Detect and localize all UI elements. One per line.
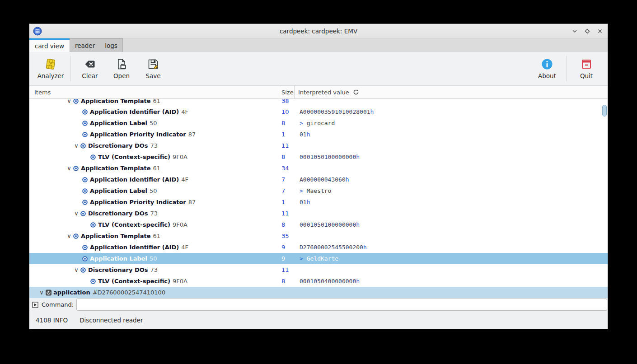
tree-row[interactable]: ∨application#D27600002547410100: [29, 287, 608, 298]
tree-row[interactable]: TLV (Context-specific)9F0A80001050100000…: [29, 219, 608, 230]
node-size: 11: [279, 210, 296, 217]
record-icon: [82, 256, 88, 261]
quit-button[interactable]: Quit: [571, 54, 602, 83]
title-bar[interactable]: cardpeek: cardpeek: EMV: [29, 24, 608, 38]
tab-reader[interactable]: reader: [70, 39, 100, 52]
tree-row[interactable]: Application Identifier (AID)4F7A00000004…: [29, 174, 608, 185]
tree-row[interactable]: ∨Discretionary DOs7311: [29, 140, 608, 151]
tree-row[interactable]: ∨Application Template6138: [29, 99, 608, 106]
maximize-button[interactable]: [584, 28, 590, 34]
node-label: Application Template: [81, 165, 151, 172]
tab-card-view[interactable]: card view: [29, 38, 70, 52]
node-tag: 87: [188, 199, 196, 205]
tree-row[interactable]: ∨Application Template6135: [29, 230, 608, 242]
node-label: Application Identifier (AID): [90, 244, 179, 251]
record-icon: [90, 278, 96, 284]
node-tag: 61: [153, 233, 161, 239]
node-label: Application Template: [81, 99, 151, 104]
chevron-down-icon[interactable]: ∨: [65, 165, 73, 171]
node-tag: 4F: [181, 244, 188, 251]
node-size: 9: [279, 255, 296, 262]
close-button[interactable]: [597, 28, 603, 34]
record-icon: [82, 131, 88, 137]
save-floppy-icon: [147, 58, 159, 70]
record-icon: [82, 109, 88, 115]
record-icon: [80, 267, 86, 273]
record-icon: [73, 99, 79, 104]
command-bar: Command:: [29, 298, 608, 311]
node-tag: 61: [153, 165, 161, 172]
node-label: Application Label: [90, 255, 147, 262]
save-button[interactable]: Save: [137, 54, 169, 83]
node-tag: 87: [188, 131, 196, 138]
record-icon: [82, 199, 88, 205]
node-tag: 9F0A: [173, 221, 187, 228]
node-value: A0000003591010028001h: [296, 108, 608, 115]
chevron-down-icon[interactable]: ∨: [72, 143, 80, 149]
node-tag: 61: [153, 99, 161, 104]
tree-row[interactable]: Application Priority Indicator87101h: [29, 196, 608, 208]
tree-row[interactable]: ∨Discretionary DOs7311: [29, 264, 608, 275]
node-size: 11: [279, 266, 296, 273]
open-button[interactable]: Open: [106, 54, 137, 83]
node-size: 38: [279, 99, 296, 104]
tab-logs[interactable]: logs: [100, 39, 122, 52]
tree-row[interactable]: Application Label507> Maestro: [29, 185, 608, 196]
tree-row[interactable]: Application Label508> girocard: [29, 117, 608, 129]
tree-row[interactable]: TLV (Context-specific)9F0A80001050100000…: [29, 151, 608, 163]
inactive-tab-group: reader logs: [70, 38, 123, 52]
tree-row[interactable]: Application Identifier (AID)4F10A0000003…: [29, 106, 608, 117]
node-label: Application Label: [90, 187, 147, 194]
vertical-scrollbar-thumb[interactable]: [602, 105, 607, 117]
chevron-down-icon[interactable]: ∨: [65, 99, 73, 104]
column-interpreted-value[interactable]: Interpreted value: [295, 86, 608, 98]
chevron-down-icon[interactable]: ∨: [65, 233, 73, 239]
node-size: 11: [279, 142, 296, 149]
tree-row[interactable]: TLV (Context-specific)9F0A80001050400000…: [29, 275, 608, 287]
tree-rows: ∨Application Template6138Application Ide…: [29, 99, 608, 298]
column-size[interactable]: Size: [279, 86, 295, 98]
node-tag: 73: [150, 210, 158, 217]
tree-row[interactable]: ∨Discretionary DOs7311: [29, 208, 608, 219]
record-icon: [80, 143, 86, 149]
record-icon: [90, 222, 96, 228]
command-input[interactable]: [76, 299, 607, 311]
tree-column-header: Items Size Interpreted value: [29, 86, 608, 99]
node-value: 01h: [296, 199, 608, 205]
card-tree-view[interactable]: ∨Application Template6138Application Ide…: [29, 99, 608, 298]
node-size: 1: [279, 199, 296, 205]
node-tag: 50: [150, 255, 157, 262]
node-size: 8: [279, 221, 296, 228]
chevron-down-icon[interactable]: ∨: [72, 210, 80, 216]
column-items[interactable]: Items: [29, 86, 279, 98]
minimize-button[interactable]: [571, 28, 578, 34]
toolbar-left-group: AnalyzerClearOpenSave: [29, 54, 169, 83]
node-label: Application Priority Indicator: [90, 199, 186, 205]
tree-row[interactable]: Application Priority Indicator87101h: [29, 129, 608, 140]
node-label: Discretionary DOs: [88, 266, 148, 273]
node-value: D27600002545500200h: [296, 244, 608, 251]
record-icon: [82, 188, 88, 194]
tree-row[interactable]: Application Label509> GeldKarte: [29, 253, 608, 264]
tree-row[interactable]: ∨Application Template6134: [29, 163, 608, 174]
node-size: 9: [279, 244, 296, 251]
clear-button[interactable]: Clear: [74, 54, 106, 83]
node-tag: 4F: [181, 108, 188, 115]
node-size: 8: [279, 120, 296, 126]
node-value: 0001050400000000h: [296, 278, 608, 285]
run-command-icon[interactable]: [32, 302, 38, 308]
chevron-down-icon[interactable]: ∨: [72, 267, 80, 273]
chevron-down-icon[interactable]: ∨: [37, 289, 46, 295]
node-label: TLV (Context-specific): [98, 154, 170, 160]
toolbar-separator: [70, 56, 70, 81]
node-size: 35: [279, 233, 296, 239]
node-size: 7: [279, 176, 296, 183]
node-value: > Maestro: [296, 187, 608, 194]
node-value: > GeldKarte: [296, 255, 608, 262]
node-label: Application Label: [90, 120, 147, 126]
about-button[interactable]: About: [531, 54, 563, 83]
tree-row[interactable]: Application Identifier (AID)4F9D27600002…: [29, 242, 608, 253]
node-tag: 4F: [181, 176, 188, 183]
refresh-icon[interactable]: [353, 89, 359, 95]
analyzer-button[interactable]: Analyzer: [35, 54, 66, 83]
